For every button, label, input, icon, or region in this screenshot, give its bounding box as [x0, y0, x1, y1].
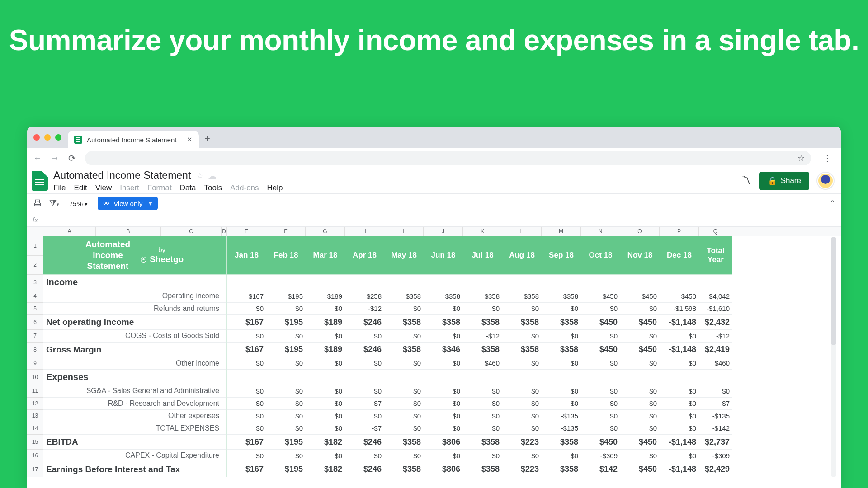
browser-menu-icon[interactable]: ⋮ — [823, 153, 832, 164]
cell[interactable]: $358 — [502, 290, 542, 303]
cell[interactable]: $0 — [384, 303, 424, 315]
menu-data[interactable]: Data — [180, 183, 196, 192]
row-label[interactable]: SG&A - Sales General and Administrative — [43, 385, 227, 398]
cell-total[interactable]: $2,429 — [699, 462, 732, 477]
cell-total[interactable]: -$7 — [699, 398, 732, 410]
cell[interactable]: -$309 — [581, 450, 620, 462]
browser-tab[interactable]: Automated Income Statement ✕ — [68, 131, 199, 148]
cell[interactable]: $358 — [463, 343, 502, 357]
cell-total[interactable]: -$142 — [699, 422, 732, 435]
col-header-H[interactable]: H — [345, 227, 384, 236]
cell[interactable] — [384, 370, 424, 385]
cell[interactable]: $0 — [581, 303, 620, 315]
spreadsheet-grid[interactable]: ABCDEFGHIJKLMNOPQ 1 2 Automated Income S… — [27, 227, 841, 477]
menu-tools[interactable]: Tools — [204, 183, 222, 192]
reload-icon[interactable]: ⟳ — [66, 153, 78, 164]
row-number[interactable]: 1 — [27, 236, 43, 256]
cell[interactable]: $0 — [306, 385, 345, 398]
cell[interactable]: $450 — [581, 290, 620, 303]
cell[interactable]: $0 — [581, 398, 620, 410]
cell-total[interactable]: -$135 — [699, 410, 732, 422]
cell[interactable]: $358 — [424, 315, 463, 330]
cell[interactable]: $0 — [266, 357, 306, 370]
cell[interactable]: -$7 — [345, 422, 384, 435]
cell[interactable]: $0 — [384, 410, 424, 422]
cell[interactable]: $195 — [266, 290, 306, 303]
cell[interactable]: $0 — [463, 303, 502, 315]
cell[interactable]: $0 — [542, 385, 581, 398]
col-header-I[interactable]: I — [384, 227, 424, 236]
cell[interactable]: $0 — [266, 385, 306, 398]
cell[interactable] — [660, 275, 699, 290]
cell[interactable]: $142 — [581, 462, 620, 477]
row-number[interactable]: 7 — [27, 330, 43, 343]
cell[interactable]: $0 — [345, 385, 384, 398]
cell[interactable]: $0 — [542, 398, 581, 410]
cell[interactable]: $258 — [345, 290, 384, 303]
cell[interactable]: $0 — [306, 450, 345, 462]
cell-total[interactable] — [699, 370, 732, 385]
cell[interactable]: $0 — [227, 410, 266, 422]
cell[interactable]: $0 — [306, 357, 345, 370]
cell-total[interactable]: -$12 — [699, 330, 732, 343]
row-label[interactable]: Operating income — [43, 290, 227, 303]
cell[interactable]: -$12 — [463, 330, 502, 343]
cell[interactable] — [306, 370, 345, 385]
cell[interactable]: $0 — [424, 398, 463, 410]
cell[interactable]: $0 — [266, 398, 306, 410]
doc-title[interactable]: Automated Income Statement — [53, 169, 191, 183]
cell[interactable]: $0 — [581, 410, 620, 422]
bookmark-star-icon[interactable]: ☆ — [797, 153, 805, 163]
cell[interactable]: $358 — [463, 435, 502, 450]
row-label[interactable]: Gross Margin — [43, 343, 227, 357]
col-header-K[interactable]: K — [463, 227, 502, 236]
cell[interactable]: $0 — [620, 303, 660, 315]
view-only-button[interactable]: 👁 View only ▾ — [98, 197, 158, 210]
cell[interactable]: $0 — [581, 330, 620, 343]
cell[interactable]: $0 — [660, 450, 699, 462]
cell[interactable]: $0 — [660, 410, 699, 422]
row-label[interactable]: Expenses — [43, 370, 227, 385]
row-number[interactable]: 4 — [27, 290, 43, 303]
cell[interactable]: $189 — [306, 343, 345, 357]
maximize-window-icon[interactable] — [55, 134, 61, 141]
cell[interactable]: $182 — [306, 435, 345, 450]
cell[interactable]: $0 — [424, 330, 463, 343]
cell[interactable]: $195 — [266, 343, 306, 357]
cell[interactable]: $0 — [660, 398, 699, 410]
cell[interactable]: $223 — [502, 435, 542, 450]
row-number[interactable]: 12 — [27, 398, 43, 410]
cell[interactable] — [463, 275, 502, 290]
row-label[interactable]: Income — [43, 275, 227, 290]
cell[interactable]: $358 — [502, 315, 542, 330]
cell[interactable]: $806 — [424, 435, 463, 450]
forward-icon[interactable]: → — [49, 153, 61, 163]
cell[interactable]: $0 — [620, 450, 660, 462]
cell[interactable]: $0 — [660, 422, 699, 435]
row-number[interactable]: 5 — [27, 303, 43, 315]
select-all-cell[interactable] — [27, 227, 43, 236]
menu-edit[interactable]: Edit — [74, 183, 87, 192]
cell[interactable]: $0 — [620, 422, 660, 435]
new-tab-button[interactable]: + — [204, 133, 210, 145]
cell[interactable]: $0 — [384, 398, 424, 410]
cell[interactable]: $0 — [542, 330, 581, 343]
cell[interactable]: $450 — [581, 315, 620, 330]
menu-insert[interactable]: Insert — [120, 183, 139, 192]
cell[interactable] — [424, 370, 463, 385]
col-header-M[interactable]: M — [542, 227, 581, 236]
row-label[interactable]: Other income — [43, 357, 227, 370]
row-number[interactable]: 14 — [27, 422, 43, 435]
cell[interactable]: $167 — [227, 290, 266, 303]
cell[interactable]: -$1,148 — [660, 462, 699, 477]
row-number[interactable]: 3 — [27, 275, 43, 290]
cell[interactable] — [266, 370, 306, 385]
col-header-E[interactable]: E — [227, 227, 266, 236]
row-number[interactable]: 8 — [27, 343, 43, 357]
zoom-select[interactable]: 75% ▾ — [66, 200, 90, 207]
row-number[interactable]: 11 — [27, 385, 43, 398]
cell[interactable]: $450 — [620, 290, 660, 303]
cell[interactable]: $358 — [384, 435, 424, 450]
cell[interactable]: $0 — [620, 385, 660, 398]
cell[interactable] — [345, 275, 384, 290]
